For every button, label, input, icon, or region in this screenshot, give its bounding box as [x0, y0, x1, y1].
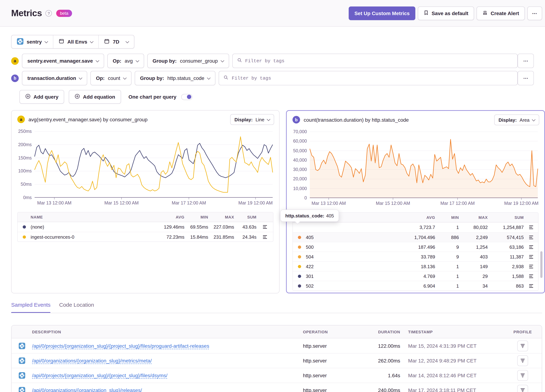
search-icon: [237, 58, 242, 64]
summary-table-row[interactable]: 3,723.7180,0321,254,887: [293, 222, 538, 232]
display-type-select[interactable]: Display:Line: [230, 114, 274, 125]
y-axis-label: 70,000: [287, 129, 307, 135]
group-by-select[interactable]: Group by:http.status_code: [135, 71, 215, 85]
y-axis-label: 150ms: [12, 155, 32, 161]
operation-select[interactable]: Op:count: [91, 71, 131, 85]
save-as-default-button[interactable]: Save as default: [418, 6, 474, 20]
chevron-down-icon: [220, 59, 224, 62]
page-title: Metrics: [11, 8, 42, 18]
chevron-down-icon: [532, 117, 535, 121]
environment-selector[interactable]: All Envs: [53, 35, 99, 48]
series-summary-table: NAME AVG MIN MAX SUM 3,723.7180,0321,254…: [292, 212, 539, 291]
row-menu-icon[interactable]: [524, 245, 538, 249]
event-description-link[interactable]: /api/0/organizations/{organization_slug}…: [32, 387, 142, 392]
series-sum: 11,387: [488, 254, 524, 259]
series-avg: 72.23ms: [152, 234, 184, 239]
setup-custom-metrics-button[interactable]: Set Up Custom Metrics: [349, 6, 415, 20]
column-header-sum[interactable]: SUM: [488, 215, 524, 220]
series-avg: 187.496: [392, 244, 435, 250]
summary-table-row[interactable]: 50433.789940311,387: [293, 252, 538, 261]
series-name: 500: [306, 244, 392, 250]
series-name: 405: [306, 234, 392, 240]
project-selector[interactable]: sentry: [12, 35, 53, 48]
sampled-event-row: /api/0/organizations/{organization_slug}…: [12, 353, 542, 368]
display-type-select[interactable]: Display:Area: [494, 115, 539, 125]
row-menu-icon[interactable]: [524, 264, 538, 268]
row-menu-icon[interactable]: [256, 225, 273, 229]
summary-table-row[interactable]: (none)129.46ms69.55ms227.03ms43.63s: [18, 222, 273, 232]
date-range-selector[interactable]: 7D: [99, 35, 134, 48]
series-summary-table: NAME AVG MIN MAX SUM (none)129.46ms69.55…: [17, 212, 273, 242]
series-sum: 863: [488, 283, 524, 288]
summary-table-row[interactable]: 42218.13611492,938: [293, 261, 538, 271]
column-header-name[interactable]: NAME: [31, 215, 152, 219]
summary-table-header: NAME AVG MIN MAX SUM: [18, 212, 273, 222]
series-sum: 1,588: [488, 273, 524, 279]
header-overflow-button[interactable]: ⋯: [527, 6, 542, 20]
y-axis-label: 20,000: [287, 176, 307, 182]
y-axis-label: 50,000: [287, 148, 307, 153]
tooltip-value: 405: [326, 213, 334, 218]
group-by-select[interactable]: Group by:consumer_group: [147, 54, 229, 68]
query-overflow-button[interactable]: ⋯: [518, 71, 534, 85]
x-axis-label: Mar 17 12:00 AM: [164, 201, 214, 206]
column-header-avg[interactable]: AVG: [152, 215, 184, 219]
x-axis-label: Mar 17 12:00 AM: [432, 201, 483, 206]
tab-code-location[interactable]: Code Location: [59, 302, 94, 308]
operation-select[interactable]: Op:avg: [107, 54, 144, 68]
create-alert-button[interactable]: Create Alert: [477, 6, 525, 20]
row-menu-icon[interactable]: [524, 255, 538, 259]
sampled-event-row: /api/0/projects/{organization_slug}/{pro…: [12, 368, 542, 383]
row-menu-icon[interactable]: [524, 235, 538, 239]
chart-panel-b[interactable]: b count(transaction.duration) by http.st…: [286, 110, 545, 293]
profile-button[interactable]: [517, 355, 528, 366]
summary-table-row[interactable]: ingest-occurrences-072.23ms15.84ms231.85…: [18, 232, 273, 242]
column-header-avg[interactable]: AVG: [392, 215, 435, 220]
column-header-max[interactable]: MAX: [208, 215, 234, 219]
tab-sampled-events[interactable]: Sampled Events: [11, 302, 50, 308]
add-query-button[interactable]: Add query: [19, 90, 64, 104]
y-axis-label: 50ms: [12, 181, 32, 187]
summary-table-row[interactable]: 3014.7691291,588: [293, 271, 538, 281]
column-header-min[interactable]: MIN: [435, 215, 459, 220]
event-duration: 262.00ms: [364, 358, 400, 364]
tag-filter: [232, 54, 518, 68]
metric-select[interactable]: transaction.duration: [22, 71, 87, 85]
date-range-value: 7D: [113, 39, 119, 45]
tag-filter-input[interactable]: [245, 58, 513, 64]
row-menu-icon[interactable]: [524, 284, 538, 288]
query-badge-a: a: [17, 116, 25, 123]
row-menu-icon[interactable]: [256, 235, 273, 239]
plus-circle-icon: [25, 94, 31, 100]
series-color-dot: [18, 225, 31, 229]
chart-panel-a[interactable]: a avg(sentry.event_manager.save) by cons…: [11, 110, 279, 293]
tag-filter-input[interactable]: [232, 75, 513, 81]
column-header-max[interactable]: MAX: [459, 215, 488, 220]
event-description-link[interactable]: /api/0/organizations/{organization_slug}…: [32, 358, 152, 364]
summary-table-row[interactable]: 5026.904134863: [293, 281, 538, 290]
profile-button[interactable]: [517, 385, 528, 392]
row-menu-icon[interactable]: [524, 225, 538, 229]
one-chart-per-query-toggle[interactable]: [181, 94, 192, 100]
event-description-link[interactable]: /api/0/projects/{organization_slug}/{pro…: [32, 343, 209, 349]
row-menu-icon[interactable]: [524, 274, 538, 278]
profile-button[interactable]: [517, 370, 528, 381]
x-axis-label: Mar 19 12:00 AM: [496, 201, 545, 206]
table-scrollbar[interactable]: [540, 251, 543, 278]
help-icon[interactable]: ?: [46, 10, 52, 16]
profile-button[interactable]: [517, 340, 528, 351]
query-overflow-button[interactable]: ⋯: [518, 54, 534, 68]
summary-table-row[interactable]: 500187.49691,25463,186: [293, 242, 538, 252]
series-min: 1: [435, 264, 459, 269]
column-header-sum[interactable]: SUM: [234, 215, 256, 219]
series-name: 422: [306, 264, 392, 269]
x-axis-label: Mar 13 12:00 AM: [303, 201, 354, 206]
column-header-min[interactable]: MIN: [184, 215, 208, 219]
add-equation-button[interactable]: Add equation: [69, 90, 121, 104]
summary-table-row[interactable]: 4051,704.4968862,249574,415: [293, 232, 538, 242]
chart-title-row: b count(transaction.duration) by http.st…: [292, 116, 409, 123]
event-description-link[interactable]: /api/0/projects/{organization_slug}/{pro…: [32, 373, 167, 378]
series-max: 227.03ms: [208, 224, 234, 230]
sampled-event-row: /api/0/projects/{organization_slug}/{pro…: [12, 338, 542, 353]
metric-select[interactable]: sentry.event_manager.save: [22, 54, 104, 68]
